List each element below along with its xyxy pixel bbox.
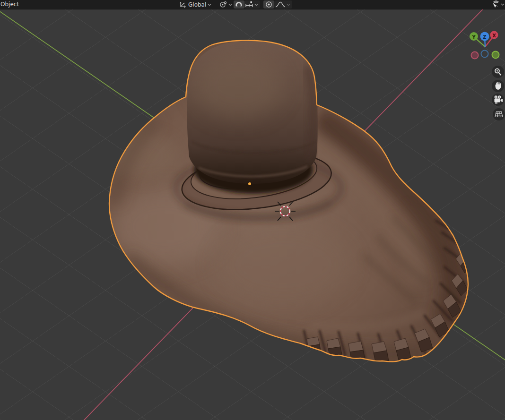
chevron-down-icon [228, 3, 233, 7]
axis-ball-z-negative[interactable] [481, 51, 488, 58]
sculpted-foot-model[interactable] [109, 41, 470, 362]
snap-mode-dropdown[interactable] [244, 0, 260, 9]
falloff-curve-icon [274, 0, 292, 9]
perspective-toggle-button[interactable] [493, 108, 505, 120]
scene: Y X Z [0, 9, 505, 420]
eye-cursor-icon [490, 0, 505, 9]
nav-gizmo[interactable]: Y X Z [470, 31, 499, 59]
pivot-point-icon [218, 1, 228, 9]
snap-toggle[interactable] [234, 0, 244, 9]
mode-label[interactable]: Object [0, 1, 19, 8]
svg-text:Y: Y [471, 34, 476, 40]
axis-ball-z-positive[interactable]: Z [480, 32, 489, 41]
chevron-down-icon [207, 3, 212, 7]
transform-orientation-icon [179, 1, 187, 8]
orientation-label: Global [188, 1, 206, 8]
axis-ball-x-positive[interactable]: X [490, 31, 498, 39]
pivot-point-dropdown[interactable] [218, 0, 233, 9]
zoom-button[interactable] [492, 66, 504, 78]
proportional-falloff-dropdown[interactable] [274, 0, 292, 9]
ankle-knob [187, 41, 318, 184]
viewport-tools [492, 66, 505, 120]
magnet-icon [234, 0, 244, 9]
visibility-dropdown[interactable] [490, 0, 505, 9]
orientation-dropdown[interactable]: Global [179, 0, 212, 9]
svg-text:X: X [492, 33, 496, 38]
camera-view-button[interactable] [492, 94, 504, 106]
increment-snap-icon [244, 0, 260, 9]
viewport-header: Object Global [0, 0, 505, 9]
viewport-3d[interactable]: Y X Z [0, 9, 505, 420]
svg-text:Z: Z [483, 34, 486, 40]
pan-button[interactable] [492, 80, 504, 92]
axis-ball-x-negative[interactable] [471, 52, 479, 59]
axis-ball-y-positive[interactable]: Y [470, 32, 478, 41]
axis-ball-y-negative[interactable] [492, 51, 499, 59]
proportional-editing-toggle[interactable] [263, 0, 274, 9]
proportional-editing-icon [263, 0, 274, 9]
object-origin-dot [248, 182, 252, 186]
